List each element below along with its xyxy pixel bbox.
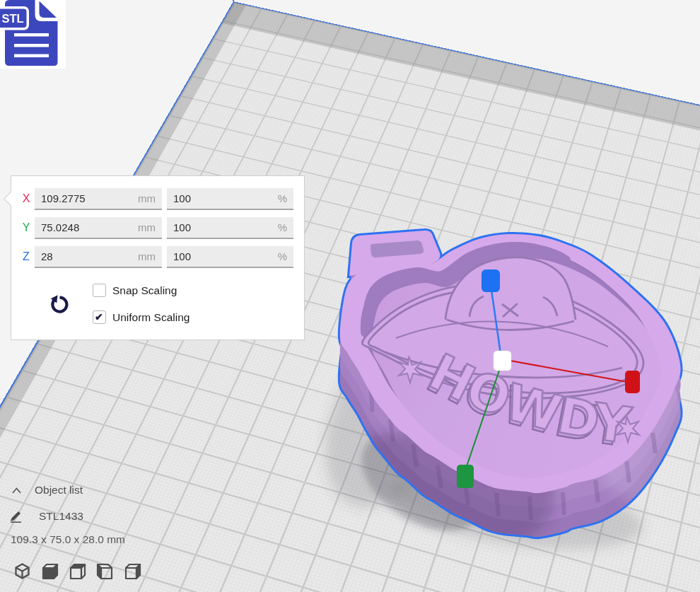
reset-icon (49, 294, 69, 314)
z-mm-value: 28 (41, 250, 53, 262)
z-percent-unit: % (278, 250, 287, 262)
x-mm-field[interactable]: 109.2775 mm (35, 188, 162, 210)
y-mm-field[interactable]: 75.0248 mm (35, 217, 162, 239)
y-mm-value: 75.0248 (41, 221, 79, 233)
cube-right-icon (124, 562, 141, 580)
scale-row-z: Z 28 mm 100 % (11, 246, 304, 268)
object-list-label: Object list (35, 484, 83, 497)
x-percent-unit: % (278, 192, 287, 204)
y-percent-field[interactable]: 100 % (167, 217, 293, 239)
gizmo-z-handle[interactable] (482, 269, 500, 292)
scale-row-y: Y 75.0248 mm 100 % (11, 217, 304, 239)
x-mm-unit: mm (138, 192, 156, 204)
x-mm-value: 109.2775 (41, 192, 86, 204)
object-list-item[interactable]: STL1433 (8, 510, 83, 523)
gizmo-center-handle[interactable] (494, 351, 511, 371)
z-mm-unit: mm (138, 250, 156, 262)
chevron-up-icon (12, 487, 21, 494)
view-left-button[interactable] (96, 562, 114, 580)
scale-tool-panel: X 109.2775 mm 100 % Y 75.0248 mm 100 % Z… (11, 175, 305, 340)
y-percent-unit: % (278, 221, 287, 233)
cube-front-icon (41, 562, 59, 580)
axis-label-y: Y (20, 221, 33, 234)
gizmo-y-handle[interactable] (457, 465, 474, 488)
y-percent-value: 100 (173, 221, 191, 233)
view-front-button[interactable] (41, 562, 59, 580)
view-right-button[interactable] (124, 562, 141, 580)
z-percent-field[interactable]: 100 % (167, 246, 293, 268)
snap-scaling-label: Snap Scaling (112, 284, 177, 297)
view-orientation-bar (13, 562, 141, 580)
gizmo-x-handle[interactable] (625, 371, 640, 393)
object-name: STL1433 (39, 510, 83, 523)
svg-text:STL: STL (1, 12, 23, 25)
axis-label-z: Z (20, 250, 33, 263)
axis-label-x: X (20, 192, 33, 205)
view-top-button[interactable] (69, 562, 86, 580)
x-percent-field[interactable]: 100 % (167, 188, 293, 210)
uniform-scaling-checkbox[interactable]: ✔ (93, 310, 106, 324)
cube-top-icon (69, 562, 86, 580)
reset-scale-button[interactable] (49, 294, 69, 314)
y-mm-unit: mm (138, 221, 156, 233)
snap-scaling-checkbox[interactable]: ✔ (93, 284, 106, 297)
stl-file-icon: STL (0, 0, 66, 69)
model-dimensions: 109.3 x 75.0 x 28.0 mm (11, 533, 125, 546)
scale-row-x: X 109.2775 mm 100 % (11, 188, 304, 210)
z-mm-field[interactable]: 28 mm (35, 246, 162, 268)
stl-file-badge: STL (0, 0, 66, 69)
z-percent-value: 100 (173, 250, 191, 262)
uniform-scaling-label: Uniform Scaling (112, 311, 189, 324)
cube-left-icon (96, 562, 114, 580)
x-percent-value: 100 (173, 192, 191, 204)
pencil-icon (8, 510, 24, 523)
object-list-toggle[interactable]: Object list (12, 484, 83, 497)
view-3d-button[interactable] (13, 562, 31, 580)
cube-3d-icon (13, 562, 31, 580)
